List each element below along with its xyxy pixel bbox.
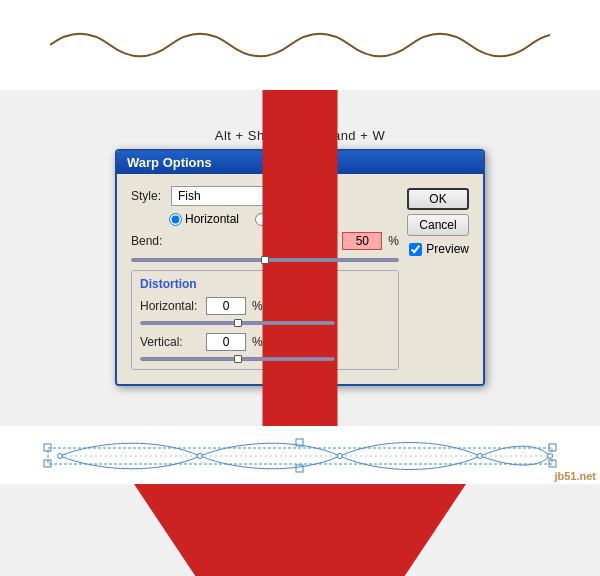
top-canvas-area — [0, 0, 600, 90]
horizontal-dist-slider-track[interactable] — [140, 321, 335, 325]
vertical-dist-slider-thumb[interactable] — [234, 355, 242, 363]
bend-slider-thumb[interactable] — [261, 256, 269, 264]
vertical-dist-slider-track[interactable] — [140, 357, 335, 361]
arrow-down-2 — [0, 390, 600, 426]
watermark: jb51.net — [554, 470, 596, 482]
horizontal-dist-slider-thumb[interactable] — [234, 319, 242, 327]
arrow-icon-2 — [0, 33, 600, 576]
wavy-line-top — [50, 25, 550, 65]
bottom-canvas-area: jb51.net — [0, 426, 600, 484]
bend-slider-track[interactable] — [131, 258, 399, 262]
svg-rect-10 — [296, 465, 303, 472]
warp-result-svg — [40, 430, 560, 480]
